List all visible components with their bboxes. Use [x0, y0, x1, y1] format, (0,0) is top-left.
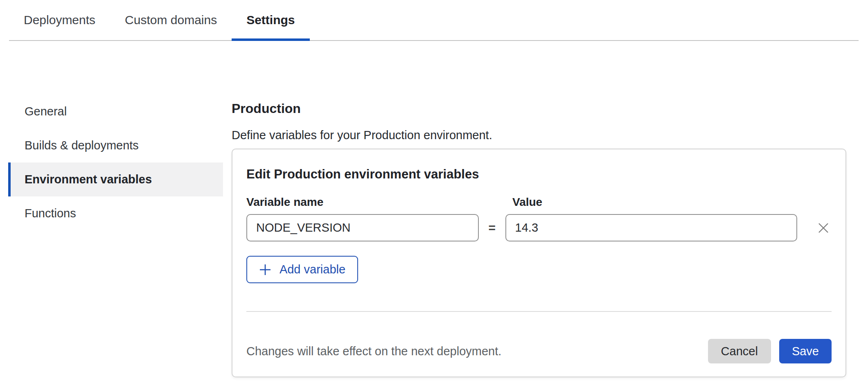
- settings-sidebar: General Builds & deployments Environment…: [8, 95, 223, 230]
- card-heading: Edit Production environment variables: [246, 167, 832, 182]
- plus-icon: [259, 264, 271, 276]
- field-labels-row: Variable name Value: [246, 196, 832, 208]
- card-footer: Changes will take effect on the next dep…: [246, 339, 832, 363]
- main-content: Production Define variables for your Pro…: [232, 101, 847, 377]
- page-description: Define variables for your Production env…: [232, 128, 847, 142]
- sidebar-item-functions[interactable]: Functions: [8, 196, 223, 230]
- variable-name-input[interactable]: [246, 214, 479, 241]
- page-title: Production: [232, 101, 847, 116]
- save-button[interactable]: Save: [779, 339, 832, 363]
- tab-deployments[interactable]: Deployments: [9, 0, 110, 40]
- footer-note: Changes will take effect on the next dep…: [246, 344, 708, 358]
- environment-variables-card: Edit Production environment variables Va…: [232, 149, 846, 377]
- cancel-button[interactable]: Cancel: [708, 339, 771, 363]
- variable-row: =: [246, 214, 832, 241]
- add-variable-button[interactable]: Add variable: [246, 256, 358, 283]
- add-variable-label: Add variable: [280, 263, 345, 276]
- tab-bar: Deployments Custom domains Settings: [9, 0, 859, 41]
- variable-value-input[interactable]: [505, 214, 798, 241]
- card-divider: [246, 311, 832, 312]
- remove-variable-button[interactable]: [815, 220, 832, 236]
- tab-custom-domains[interactable]: Custom domains: [110, 0, 232, 40]
- value-label: Value: [507, 196, 542, 208]
- variable-name-label: Variable name: [246, 196, 507, 208]
- tab-settings[interactable]: Settings: [232, 0, 309, 40]
- sidebar-item-environment-variables[interactable]: Environment variables: [8, 162, 223, 196]
- sidebar-item-general[interactable]: General: [8, 95, 223, 129]
- sidebar-item-builds-deployments[interactable]: Builds & deployments: [8, 129, 223, 162]
- close-icon: [817, 222, 830, 234]
- equals-sign: =: [479, 221, 505, 235]
